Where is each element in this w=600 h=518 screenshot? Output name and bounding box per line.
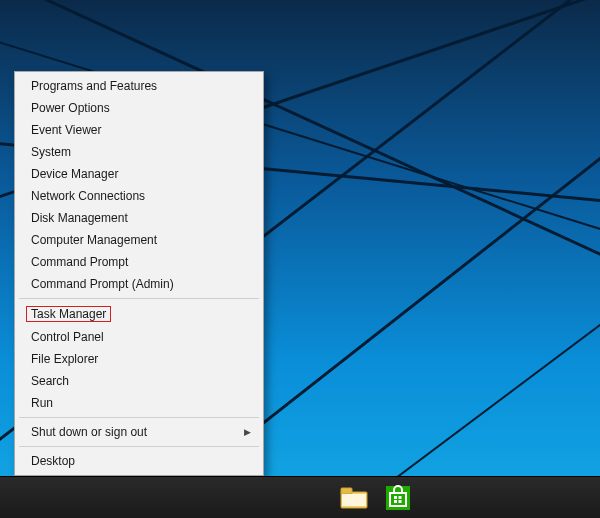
winx-context-menu[interactable]: Programs and FeaturesPower OptionsEvent … <box>14 71 264 476</box>
menu-item-computer-management[interactable]: Computer Management <box>17 229 261 251</box>
menu-item-label: System <box>31 145 71 159</box>
folder-icon <box>340 487 368 509</box>
menu-item-event-viewer[interactable]: Event Viewer <box>17 119 261 141</box>
menu-separator <box>19 298 259 299</box>
menu-item-search[interactable]: Search <box>17 370 261 392</box>
menu-item-shut-down-sign-out[interactable]: Shut down or sign out▶ <box>17 421 261 443</box>
menu-item-label: Programs and Features <box>31 79 157 93</box>
store-icon <box>385 485 411 511</box>
menu-item-disk-management[interactable]: Disk Management <box>17 207 261 229</box>
taskbar-file-explorer[interactable] <box>336 484 372 512</box>
taskbar[interactable] <box>0 476 600 518</box>
menu-item-label: Disk Management <box>31 211 128 225</box>
menu-item-label: Command Prompt <box>31 255 128 269</box>
menu-separator <box>19 417 259 418</box>
menu-item-label: Network Connections <box>31 189 145 203</box>
menu-item-label: Device Manager <box>31 167 118 181</box>
menu-item-label: Task Manager <box>31 307 106 321</box>
menu-item-label: File Explorer <box>31 352 98 366</box>
menu-item-label: Event Viewer <box>31 123 101 137</box>
menu-item-label: Computer Management <box>31 233 157 247</box>
menu-item-label: Power Options <box>31 101 110 115</box>
menu-item-label: Shut down or sign out <box>31 425 147 439</box>
menu-item-task-manager[interactable]: Task Manager <box>17 302 261 326</box>
menu-item-command-prompt-admin[interactable]: Command Prompt (Admin) <box>17 273 261 295</box>
menu-item-label: Search <box>31 374 69 388</box>
menu-item-run[interactable]: Run <box>17 392 261 414</box>
svg-rect-1 <box>341 488 352 494</box>
menu-item-label: Desktop <box>31 454 75 468</box>
menu-separator <box>19 446 259 447</box>
menu-item-control-panel[interactable]: Control Panel <box>17 326 261 348</box>
menu-item-label: Run <box>31 396 53 410</box>
chevron-right-icon: ▶ <box>244 425 251 439</box>
svg-rect-6 <box>399 496 402 499</box>
menu-item-network-connections[interactable]: Network Connections <box>17 185 261 207</box>
svg-rect-8 <box>399 500 402 503</box>
menu-item-command-prompt[interactable]: Command Prompt <box>17 251 261 273</box>
menu-item-system[interactable]: System <box>17 141 261 163</box>
menu-item-programs-features[interactable]: Programs and Features <box>17 75 261 97</box>
taskbar-store[interactable] <box>380 484 416 512</box>
menu-item-label: Command Prompt (Admin) <box>31 277 174 291</box>
svg-rect-5 <box>394 496 397 499</box>
menu-item-desktop[interactable]: Desktop <box>17 450 261 472</box>
svg-rect-7 <box>394 500 397 503</box>
svg-rect-2 <box>342 494 366 506</box>
menu-item-power-options[interactable]: Power Options <box>17 97 261 119</box>
menu-item-file-explorer[interactable]: File Explorer <box>17 348 261 370</box>
menu-item-label: Control Panel <box>31 330 104 344</box>
menu-item-device-manager[interactable]: Device Manager <box>17 163 261 185</box>
